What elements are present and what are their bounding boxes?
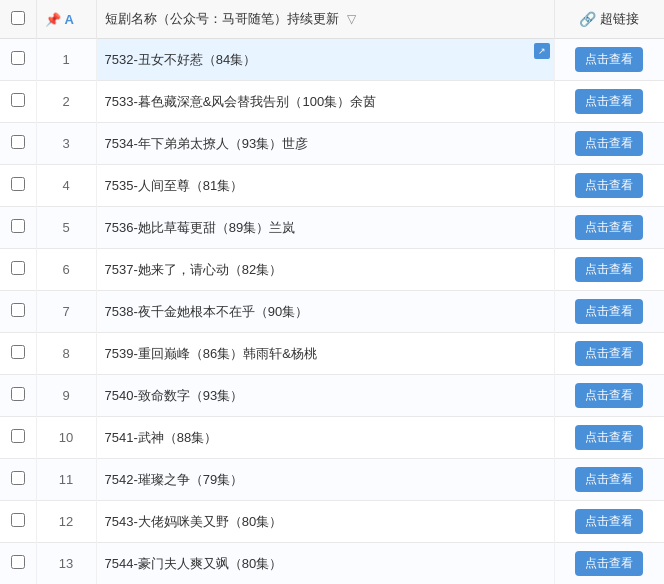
table-row: 127543-大佬妈咪美又野（80集）点击查看 [0,501,664,543]
row-title-text: 7540-致命数字（93集） [105,388,244,403]
row-checkbox-cell [0,543,36,585]
table-row: 77538-夜千金她根本不在乎（90集）点击查看 [0,291,664,333]
table-row: 117542-璀璨之争（79集）点击查看 [0,459,664,501]
view-button[interactable]: 点击查看 [575,341,643,366]
select-all-checkbox[interactable] [11,11,25,25]
row-title: 7542-璀璨之争（79集） [96,459,554,501]
view-button[interactable]: 点击查看 [575,173,643,198]
row-title-text: 7536-她比草莓更甜（89集）兰岚 [105,220,296,235]
row-link-cell: 点击查看 [554,207,664,249]
row-link-cell: 点击查看 [554,123,664,165]
view-button[interactable]: 点击查看 [575,47,643,72]
table-row: 57536-她比草莓更甜（89集）兰岚点击查看 [0,207,664,249]
row-number: 12 [36,501,96,543]
row-checkbox[interactable] [11,93,25,107]
row-checkbox-cell [0,291,36,333]
header-link-cell: 🔗 超链接 [554,0,664,39]
row-checkbox[interactable] [11,219,25,233]
data-table: 📌 A 短剧名称（公众号：马哥随笔）持续更新 ▽ 🔗 超链接 [0,0,664,584]
view-button[interactable]: 点击查看 [575,299,643,324]
row-checkbox-cell [0,207,36,249]
view-button[interactable]: 点击查看 [575,551,643,576]
row-number: 8 [36,333,96,375]
row-checkbox-cell [0,39,36,81]
external-link-icon[interactable] [534,43,550,59]
row-title: 7533-暮色藏深意&风会替我告别（100集）余茵 [96,81,554,123]
pin-icon: 📌 [45,12,61,27]
view-button[interactable]: 点击查看 [575,509,643,534]
text-icon: A [65,12,74,27]
row-number: 5 [36,207,96,249]
table-header-row: 📌 A 短剧名称（公众号：马哥随笔）持续更新 ▽ 🔗 超链接 [0,0,664,39]
row-checkbox[interactable] [11,513,25,527]
row-title-text: 7544-豪门夫人爽又飒（80集） [105,556,283,571]
row-number: 11 [36,459,96,501]
view-button[interactable]: 点击查看 [575,215,643,240]
table-row: 87539-重回巅峰（86集）韩雨轩&杨桃点击查看 [0,333,664,375]
row-checkbox[interactable] [11,471,25,485]
row-checkbox[interactable] [11,345,25,359]
row-number: 1 [36,39,96,81]
row-title: 7544-豪门夫人爽又飒（80集） [96,543,554,585]
link-header-icon: 🔗 [579,11,596,27]
table-body: 17532-丑女不好惹（84集）点击查看27533-暮色藏深意&风会替我告别（1… [0,39,664,585]
row-title-text: 7532-丑女不好惹（84集） [105,52,257,67]
row-checkbox-cell [0,333,36,375]
header-checkbox-cell [0,0,36,39]
row-checkbox-cell [0,123,36,165]
row-link-cell: 点击查看 [554,333,664,375]
row-link-cell: 点击查看 [554,165,664,207]
view-button[interactable]: 点击查看 [575,425,643,450]
main-table-container: 📌 A 短剧名称（公众号：马哥随笔）持续更新 ▽ 🔗 超链接 [0,0,664,584]
row-checkbox[interactable] [11,261,25,275]
row-checkbox-cell [0,165,36,207]
row-title: 7540-致命数字（93集） [96,375,554,417]
row-checkbox[interactable] [11,135,25,149]
row-number: 2 [36,81,96,123]
row-checkbox[interactable] [11,429,25,443]
view-button[interactable]: 点击查看 [575,257,643,282]
row-title: 7538-夜千金她根本不在乎（90集） [96,291,554,333]
row-link-cell: 点击查看 [554,375,664,417]
row-number: 13 [36,543,96,585]
view-button[interactable]: 点击查看 [575,89,643,114]
row-title-text: 7534-年下弟弟太撩人（93集）世彦 [105,136,309,151]
row-checkbox[interactable] [11,303,25,317]
row-title-text: 7539-重回巅峰（86集）韩雨轩&杨桃 [105,346,317,361]
row-title: 7543-大佬妈咪美又野（80集） [96,501,554,543]
row-link-cell: 点击查看 [554,459,664,501]
row-checkbox-cell [0,417,36,459]
row-number: 7 [36,291,96,333]
row-number: 4 [36,165,96,207]
table-row: 47535-人间至尊（81集）点击查看 [0,165,664,207]
row-title: 7541-武神（88集） [96,417,554,459]
view-button[interactable]: 点击查看 [575,467,643,492]
row-link-cell: 点击查看 [554,543,664,585]
row-link-cell: 点击查看 [554,249,664,291]
row-title-text: 7541-武神（88集） [105,430,218,445]
row-title: 7534-年下弟弟太撩人（93集）世彦 [96,123,554,165]
row-checkbox[interactable] [11,177,25,191]
link-column-label: 超链接 [600,10,639,28]
filter-icon[interactable]: ▽ [347,12,356,26]
row-checkbox-cell [0,375,36,417]
row-checkbox-cell [0,249,36,291]
table-row: 97540-致命数字（93集）点击查看 [0,375,664,417]
view-button[interactable]: 点击查看 [575,383,643,408]
row-title-text: 7537-她来了，请心动（82集） [105,262,283,277]
row-title-text: 7543-大佬妈咪美又野（80集） [105,514,283,529]
row-checkbox[interactable] [11,51,25,65]
header-title-cell: 短剧名称（公众号：马哥随笔）持续更新 ▽ [96,0,554,39]
row-title: 7535-人间至尊（81集） [96,165,554,207]
row-title-text: 7533-暮色藏深意&风会替我告别（100集）余茵 [105,94,377,109]
header-icons-cell: 📌 A [36,0,96,39]
view-button[interactable]: 点击查看 [575,131,643,156]
row-checkbox[interactable] [11,387,25,401]
row-link-cell: 点击查看 [554,291,664,333]
row-number: 6 [36,249,96,291]
row-checkbox[interactable] [11,555,25,569]
title-column-label: 短剧名称（公众号：马哥随笔）持续更新 [105,10,339,28]
row-link-cell: 点击查看 [554,501,664,543]
row-checkbox-cell [0,459,36,501]
row-title-text: 7538-夜千金她根本不在乎（90集） [105,304,309,319]
